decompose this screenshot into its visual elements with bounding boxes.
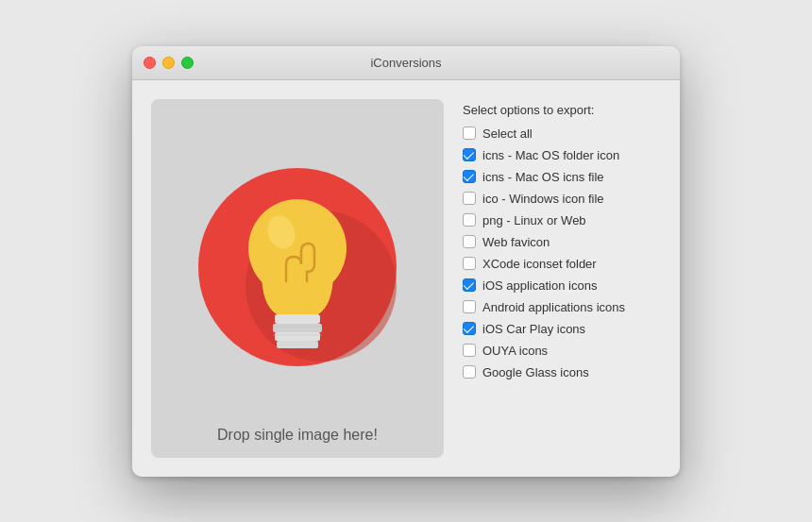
label-select-all[interactable]: Select all <box>482 126 533 141</box>
titlebar: iConversions <box>132 46 680 80</box>
svg-rect-7 <box>277 341 318 348</box>
checkbox-ouya-icons[interactable] <box>463 344 476 357</box>
app-window: iConversions <box>132 46 680 477</box>
label-web-favicon[interactable]: Web favicon <box>482 235 550 249</box>
checkbox-icns-file[interactable] <box>463 170 476 183</box>
label-ios-carplay[interactable]: iOS Car Play icons <box>482 322 585 336</box>
window-content: Drop single image here! Select options t… <box>132 80 680 477</box>
checkbox-xcode-iconset[interactable] <box>463 257 476 270</box>
minimize-button[interactable] <box>162 57 175 69</box>
label-xcode-iconset[interactable]: XCode iconset folder <box>482 257 597 271</box>
label-icns-file[interactable]: icns - Mac OS icns file <box>482 170 604 184</box>
checkbox-ico-windows[interactable] <box>463 192 476 205</box>
close-button[interactable] <box>144 57 156 69</box>
checkbox-ios-carplay[interactable] <box>463 322 476 335</box>
option-row-png-linux[interactable]: png - Linux or Web <box>463 213 661 227</box>
option-row-android-icons[interactable]: Android applications icons <box>463 300 661 314</box>
label-ico-windows[interactable]: ico - Windows icon file <box>482 192 604 206</box>
checkbox-web-favicon[interactable] <box>463 235 476 248</box>
label-android-icons[interactable]: Android applications icons <box>482 300 625 314</box>
option-row-web-favicon[interactable]: Web favicon <box>463 235 661 249</box>
checkbox-android-icons[interactable] <box>463 300 476 313</box>
bulb-illustration <box>194 118 401 417</box>
checkbox-icns-folder[interactable] <box>463 148 476 161</box>
svg-rect-6 <box>275 332 320 341</box>
label-ios-application[interactable]: iOS application icons <box>482 278 597 293</box>
label-png-linux[interactable]: png - Linux or Web <box>482 213 586 227</box>
option-row-select-all[interactable]: Select all <box>463 126 661 141</box>
option-row-google-glass[interactable]: Google Glass icons <box>463 365 661 379</box>
option-row-icns-file[interactable]: icns - Mac OS icns file <box>463 170 661 184</box>
options-title: Select options to export: <box>463 103 661 117</box>
traffic-lights <box>144 57 194 69</box>
window-title: iConversions <box>370 56 441 70</box>
svg-rect-5 <box>273 324 322 332</box>
checkbox-png-linux[interactable] <box>463 213 476 227</box>
label-icns-folder[interactable]: icns - Mac OS folder icon <box>482 148 619 162</box>
option-row-ico-windows[interactable]: ico - Windows icon file <box>463 192 661 206</box>
option-row-ouya-icons[interactable]: OUYA icons <box>463 344 661 358</box>
drop-zone[interactable]: Drop single image here! <box>151 99 444 458</box>
maximize-button[interactable] <box>181 57 194 69</box>
options-panel: Select options to export: Select all icn… <box>463 99 661 458</box>
svg-rect-4 <box>275 314 320 324</box>
checkbox-google-glass[interactable] <box>463 365 476 379</box>
option-row-ios-application[interactable]: iOS application icons <box>463 278 661 293</box>
checkbox-ios-application[interactable] <box>463 278 476 292</box>
label-google-glass[interactable]: Google Glass icons <box>482 365 589 379</box>
option-row-icns-folder[interactable]: icns - Mac OS folder icon <box>463 148 661 162</box>
option-row-xcode-iconset[interactable]: XCode iconset folder <box>463 257 661 271</box>
checkbox-select-all[interactable] <box>463 126 476 140</box>
option-row-ios-carplay[interactable]: iOS Car Play icons <box>463 322 661 336</box>
drop-label: Drop single image here! <box>217 427 378 444</box>
label-ouya-icons[interactable]: OUYA icons <box>482 344 548 358</box>
